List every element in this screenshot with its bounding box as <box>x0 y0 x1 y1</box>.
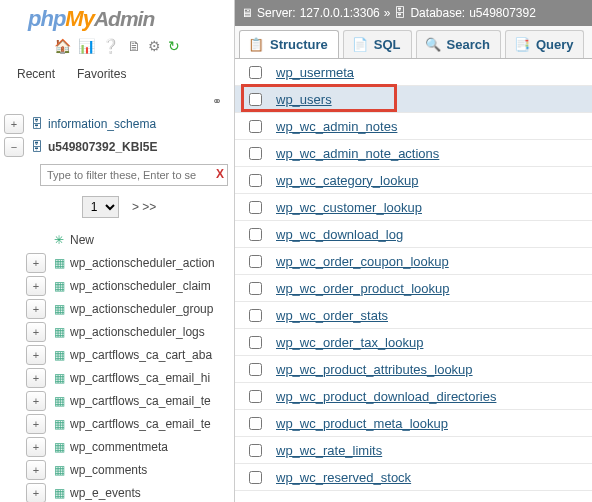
tree-table[interactable]: ▦wp_cartflows_ca_email_te <box>26 389 234 412</box>
table-row[interactable]: wp_wc_admin_note_actions <box>235 140 592 167</box>
tree-label: wp_actionscheduler_group <box>70 302 213 316</box>
table-row[interactable]: wp_wc_order_product_lookup <box>235 275 592 302</box>
row-checkbox[interactable] <box>249 309 262 322</box>
tree-table[interactable]: ▦wp_actionscheduler_group <box>26 297 234 320</box>
tree-table[interactable]: ▦wp_cartflows_ca_cart_aba <box>26 343 234 366</box>
table-row[interactable]: wp_wc_download_log <box>235 221 592 248</box>
row-checkbox[interactable] <box>249 390 262 403</box>
table-row[interactable]: wp_wc_reserved_stock <box>235 464 592 491</box>
tree-information-schema[interactable]: 🗄 information_schema <box>4 112 234 135</box>
table-row[interactable]: wp_users <box>235 86 592 113</box>
row-checkbox[interactable] <box>249 444 262 457</box>
expand-icon[interactable] <box>26 460 46 480</box>
table-row[interactable]: wp_wc_product_attributes_lookup <box>235 356 592 383</box>
table-row[interactable]: wp_wc_product_download_directories <box>235 383 592 410</box>
tree-new[interactable]: ✳ New <box>26 228 234 251</box>
table-link[interactable]: wp_wc_product_attributes_lookup <box>276 362 473 377</box>
tab-query[interactable]: 📑Query <box>505 30 585 58</box>
table-row[interactable]: wp_wc_order_tax_lookup <box>235 329 592 356</box>
sql-icon[interactable]: 🗎 <box>127 38 141 54</box>
row-checkbox[interactable] <box>249 147 262 160</box>
table-link[interactable]: wp_wc_download_log <box>276 227 403 242</box>
gear-icon[interactable]: ⚙ <box>148 38 161 54</box>
table-row[interactable]: wp_usermeta <box>235 59 592 86</box>
server-icon: 🖥 <box>241 6 253 20</box>
tab-favorites[interactable]: Favorites <box>68 62 135 86</box>
tree-table[interactable]: ▦wp_actionscheduler_action <box>26 251 234 274</box>
table-link[interactable]: wp_wc_reserved_stock <box>276 470 411 485</box>
server-link[interactable]: 127.0.0.1:3306 <box>300 6 380 20</box>
expand-icon[interactable] <box>26 437 46 457</box>
help-icon[interactable]: ❔ <box>102 38 119 54</box>
clear-filter-icon[interactable]: X <box>216 167 224 181</box>
table-row[interactable]: wp_wc_admin_notes <box>235 113 592 140</box>
tab-structure[interactable]: 📋Structure <box>239 30 339 58</box>
row-checkbox[interactable] <box>249 174 262 187</box>
tree-table[interactable]: ▦wp_cartflows_ca_email_te <box>26 412 234 435</box>
table-row[interactable]: wp_wc_product_meta_lookup <box>235 410 592 437</box>
row-checkbox[interactable] <box>249 336 262 349</box>
expand-icon[interactable] <box>26 414 46 434</box>
tab-sql[interactable]: 📄SQL <box>343 30 412 58</box>
home-icon[interactable]: 🏠 <box>54 38 71 54</box>
expand-icon[interactable] <box>26 253 46 273</box>
table-link[interactable]: wp_wc_order_coupon_lookup <box>276 254 449 269</box>
expand-icon[interactable] <box>26 391 46 411</box>
row-checkbox[interactable] <box>249 363 262 376</box>
expand-icon[interactable] <box>26 368 46 388</box>
table-row[interactable]: wp_wc_order_stats <box>235 302 592 329</box>
tab-recent[interactable]: Recent <box>8 62 64 86</box>
db-link[interactable]: u549807392 <box>469 6 536 20</box>
new-icon: ✳ <box>51 233 67 247</box>
table-row[interactable]: wp_wc_category_lookup <box>235 167 592 194</box>
table-link[interactable]: wp_wc_order_stats <box>276 308 388 323</box>
table-link[interactable]: wp_wc_rate_limits <box>276 443 382 458</box>
table-link[interactable]: wp_wc_product_download_directories <box>276 389 496 404</box>
filter-input[interactable] <box>40 164 228 186</box>
tree-table[interactable]: ▦wp_cartflows_ca_email_hi <box>26 366 234 389</box>
table-link[interactable]: wp_wc_order_tax_lookup <box>276 335 423 350</box>
expand-icon[interactable] <box>26 322 46 342</box>
tab-icon: 🔍 <box>425 37 441 52</box>
table-row[interactable]: wp_wc_order_coupon_lookup <box>235 248 592 275</box>
table-link[interactable]: wp_wc_category_lookup <box>276 173 418 188</box>
page-select[interactable]: 1 <box>82 196 119 218</box>
expand-icon[interactable] <box>26 276 46 296</box>
tree-table[interactable]: ▦wp_commentmeta <box>26 435 234 458</box>
row-checkbox[interactable] <box>249 228 262 241</box>
expand-icon[interactable] <box>26 483 46 503</box>
row-checkbox[interactable] <box>249 471 262 484</box>
row-checkbox[interactable] <box>249 120 262 133</box>
refresh-icon[interactable]: ↻ <box>168 38 180 54</box>
pager-next[interactable]: > >> <box>132 200 156 214</box>
tree-current-db[interactable]: 🗄 u549807392_KBl5E <box>4 135 234 158</box>
tree-table[interactable]: ▦wp_comments <box>26 458 234 481</box>
chart-icon[interactable]: 📊 <box>78 38 95 54</box>
table-row[interactable]: wp_wc_customer_lookup <box>235 194 592 221</box>
table-link[interactable]: wp_users <box>276 92 332 107</box>
table-link[interactable]: wp_wc_order_product_lookup <box>276 281 449 296</box>
connection-icon[interactable]: ⚭ <box>0 90 234 112</box>
row-checkbox[interactable] <box>249 255 262 268</box>
row-checkbox[interactable] <box>249 201 262 214</box>
row-checkbox[interactable] <box>249 282 262 295</box>
tree-label: wp_comments <box>70 463 147 477</box>
tree-label: New <box>70 233 94 247</box>
row-checkbox[interactable] <box>249 93 262 106</box>
table-link[interactable]: wp_usermeta <box>276 65 354 80</box>
row-checkbox[interactable] <box>249 417 262 430</box>
row-checkbox[interactable] <box>249 66 262 79</box>
tree-table[interactable]: ▦wp_e_events <box>26 481 234 502</box>
expand-icon[interactable] <box>26 345 46 365</box>
collapse-icon[interactable] <box>4 137 24 157</box>
table-link[interactable]: wp_wc_customer_lookup <box>276 200 422 215</box>
tab-search[interactable]: 🔍Search <box>416 30 501 58</box>
expand-icon[interactable] <box>26 299 46 319</box>
tree-table[interactable]: ▦wp_actionscheduler_logs <box>26 320 234 343</box>
table-link[interactable]: wp_wc_product_meta_lookup <box>276 416 448 431</box>
expand-icon[interactable] <box>4 114 24 134</box>
table-link[interactable]: wp_wc_admin_note_actions <box>276 146 439 161</box>
table-row[interactable]: wp_wc_rate_limits <box>235 437 592 464</box>
table-link[interactable]: wp_wc_admin_notes <box>276 119 397 134</box>
tree-table[interactable]: ▦wp_actionscheduler_claim <box>26 274 234 297</box>
